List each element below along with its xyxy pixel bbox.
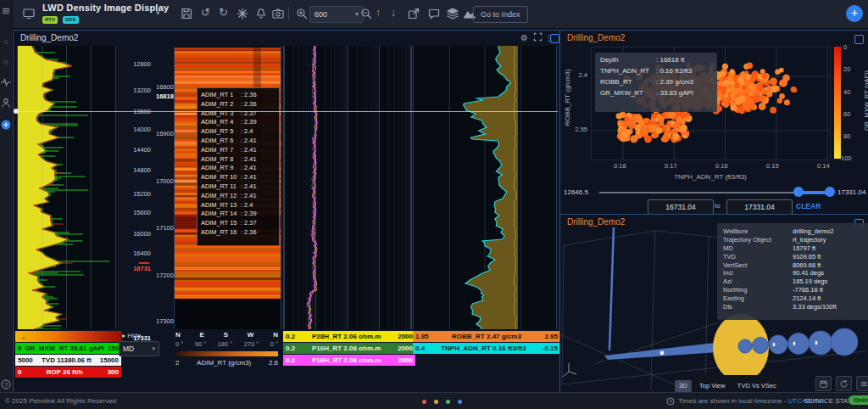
cbar-tick: 60: [843, 110, 850, 118]
range-from-input[interactable]: [648, 199, 714, 215]
range-to-word: to: [715, 202, 721, 210]
view-tvd-vsec-button[interactable]: TVD Vs VSec: [733, 380, 781, 392]
hide-button[interactable]: ▸ Hide: [122, 332, 142, 339]
slider-handle-to[interactable]: [825, 187, 835, 197]
resistivity-track[interactable]: [283, 46, 412, 329]
adim-scale-labels: 2ADIM_RT (g/cm3)2.6: [175, 359, 278, 367]
depth-label: 16000: [117, 230, 151, 238]
export-icon[interactable]: [407, 7, 420, 20]
neutron-density-track[interactable]: [413, 46, 557, 329]
cbar-label: GR_MXW_RT (gAPI): [863, 63, 868, 139]
scroll-down-icon[interactable]: ↓: [391, 6, 397, 19]
crossplot-tooltip: Depth: 16818 ft TNPH_ADN_RT: 0.16 ft3/ft…: [595, 53, 717, 112]
p28h-legend[interactable]: 0.2P28H_RT 2.06 ohm.m2000: [283, 331, 415, 342]
tvd-legend[interactable]: 5000TVD 11380.06 ft15000: [15, 355, 121, 366]
page-dot-red[interactable]: [422, 400, 426, 404]
depth-label-right: 17100: [156, 224, 174, 232]
scroll-up-icon[interactable]: ↑: [376, 6, 381, 19]
footer: © 2025 Petrolink All Rights Reserved Tim…: [0, 392, 868, 409]
rop-legend[interactable]: 0ROP 26 ft/h300: [15, 367, 121, 378]
depth-cursor-line: [14, 111, 558, 112]
panel-settings-icon[interactable]: ⚙: [519, 32, 530, 43]
redo-icon[interactable]: ↻: [219, 6, 228, 19]
trajectory-tooltip: Wellboredrilling_demo2 Trajectory Object…: [717, 223, 868, 320]
x-tick: 0.15: [766, 162, 779, 170]
page-dot-green[interactable]: [446, 400, 450, 404]
depth-marker-label: 16731: [117, 265, 151, 272]
crossplot-link-icon[interactable]: [854, 35, 864, 44]
robb-legend[interactable]: 1.95ROBB_RT 2.47 g/cm32.95: [413, 331, 560, 342]
top-toolbar: LWD Density Image Display RTV DDE ▾ ↺ ↻ …: [12, 0, 868, 29]
depth-label-right: 17300: [156, 317, 174, 325]
undo-icon[interactable]: ↺: [201, 6, 210, 19]
x-tick: 0.14: [817, 162, 830, 170]
index-type-select[interactable]: MD▾: [119, 341, 159, 356]
screenshot-icon[interactable]: [271, 7, 285, 20]
log-panel-title: Drilling_Demo2: [20, 33, 78, 42]
add-button[interactable]: +: [846, 5, 863, 22]
zoom-in-icon[interactable]: [295, 7, 309, 20]
refresh-icon[interactable]: [836, 376, 852, 391]
depth-marker-tick: [139, 262, 149, 264]
zoom-out-icon[interactable]: [359, 7, 373, 20]
panel-expand-icon[interactable]: [532, 32, 543, 43]
user-icon[interactable]: [0, 97, 12, 109]
range-clear-button[interactable]: CLEAR: [796, 202, 821, 210]
options-icon[interactable]: [856, 376, 868, 391]
tools-icon[interactable]: [236, 7, 249, 20]
cbar-tick: 0: [843, 43, 847, 51]
zoom-level-select[interactable]: 600▾: [309, 6, 364, 23]
log-display-panel: Drilling_Demo2 ⚙ ⋮ 12800 13200 13600 140…: [13, 30, 560, 393]
view-top-button[interactable]: Top View: [695, 380, 729, 392]
app-window-icon: [22, 7, 36, 20]
comment-icon[interactable]: [427, 7, 441, 20]
view-3d-button[interactable]: 3D: [675, 380, 692, 392]
cbar-tick: 80: [843, 132, 850, 140]
menu-icon[interactable]: [0, 5, 12, 17]
activity-icon[interactable]: [0, 76, 12, 88]
depth-label: 14800: [117, 166, 151, 174]
slider-max-label: 17331.04: [837, 188, 865, 196]
panel-link-icon[interactable]: [550, 34, 559, 43]
help-icon[interactable]: ?: [0, 378, 12, 390]
gr-legend[interactable]: 0GR_MXW_RT 39.81 gAPI150: [15, 343, 121, 354]
title-caret-icon[interactable]: ▾: [156, 8, 160, 17]
save-icon[interactable]: [180, 7, 193, 20]
layers-icon[interactable]: [446, 7, 459, 20]
depth-label-right: 17200: [156, 272, 174, 279]
home-icon[interactable]: ⌂: [0, 36, 12, 48]
depth-cursor-dot[interactable]: [14, 109, 19, 114]
calendar-icon[interactable]: [815, 376, 832, 391]
svg-text:?: ?: [4, 381, 8, 389]
star-icon[interactable]: ☆: [0, 56, 12, 68]
go-to-index-button[interactable]: Go to Index: [473, 6, 528, 23]
tnph-legend[interactable]: 0.4TNPH_ADN_RT 0.16 ft3/ft3-0.15: [413, 343, 560, 354]
p16h-legend[interactable]: 0.2P16H_RT 2.08 ohm.m2000: [283, 343, 415, 354]
timezone-text: Times are shown in local timezone - UTC+…: [678, 397, 823, 405]
cbar-tick: 40: [843, 88, 850, 96]
notifications-icon[interactable]: [254, 7, 268, 20]
trajectory-title: Drilling_Demo2: [567, 217, 625, 227]
depth-label: 13200: [117, 87, 151, 94]
depth-track[interactable]: 12800 13200 13600 14000 14400 14800 1520…: [117, 46, 174, 329]
view-switcher: 3D Top View TVD Vs VSec: [673, 375, 782, 390]
page-dot-blue[interactable]: [458, 400, 462, 404]
depth-label: 14000: [117, 126, 151, 133]
add-workspace-icon[interactable]: [0, 119, 12, 131]
service-status-badge: Online: [849, 395, 868, 405]
p16h-legend-2[interactable]: 0.2P16H_RT 2.08 ohm.m2000: [283, 355, 415, 366]
y-tick: 2.55: [569, 126, 587, 133]
slider-min-label: 12646.5: [564, 188, 588, 196]
x-tick: 0.16: [715, 162, 728, 170]
range-to-input[interactable]: [726, 199, 793, 215]
toolbar-divider: [288, 7, 289, 20]
page-dot-orange[interactable]: [434, 400, 438, 404]
depth-label: 12800: [117, 60, 151, 68]
crossplot-panel: Drilling_Demo2 Depth: 16818 ft TNPH_ADN_…: [559, 30, 868, 215]
x-tick: 0.18: [614, 162, 626, 170]
slider-handle-from[interactable]: [793, 187, 804, 197]
gr-track[interactable]: [17, 46, 116, 329]
image-degree-labels: 0 °90 °180 °270 °0 °: [175, 340, 278, 348]
crossplot-title: Drilling_Demo2: [567, 33, 625, 42]
image-orientation-legend[interactable]: →: [15, 331, 121, 342]
